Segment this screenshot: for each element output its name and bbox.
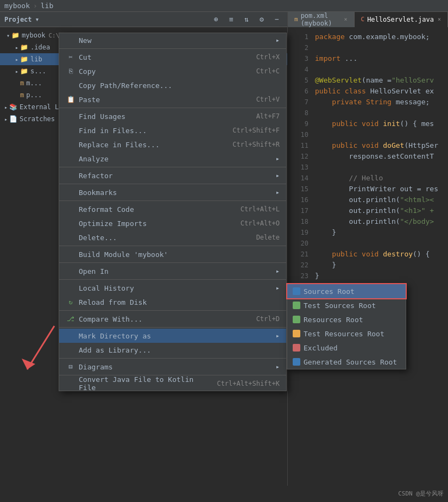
menu-item-refactor[interactable]: Refactor ▸ <box>59 168 286 183</box>
sidebar-toolbar-align[interactable]: ≡ <box>225 14 237 26</box>
code-line-8: 8 <box>288 108 448 118</box>
editor-area: m pom.xml (mybook) × C HelloServlet.java… <box>288 12 448 486</box>
separator-6 <box>59 246 286 246</box>
reload-icon: ↻ <box>66 298 75 306</box>
paste-icon: 📋 <box>66 96 75 103</box>
code-line-14: 14 // Hello <box>288 173 448 184</box>
menu-item-bookmarks[interactable]: Bookmarks ▸ <box>59 185 286 199</box>
cut-icon: ✂ <box>66 53 75 61</box>
separator-9 <box>59 310 286 311</box>
menu-item-cut[interactable]: ✂ Cut Ctrl+X <box>59 50 286 64</box>
local-history-arrow-icon: ▸ <box>276 284 280 292</box>
submenu-item-sources-root[interactable]: Sources Root <box>287 284 406 298</box>
submenu-item-test-sources-root[interactable]: Test Sources Root <box>287 298 406 312</box>
menu-label-cut: Cut <box>79 53 245 61</box>
menu-item-build-module[interactable]: Build Module 'mybook' <box>59 247 286 261</box>
sidebar-title: Project <box>4 16 32 23</box>
submenu-item-test-resources-root[interactable]: Test Resources Root <box>287 327 406 341</box>
menu-label-copy: Copy <box>79 67 245 76</box>
code-line-9: 9 public void init() { mes <box>288 118 448 129</box>
code-line-21: 21 public void destroy() { <box>288 249 448 260</box>
submenu-mark-directory: Sources Root Test Sources Root Resources… <box>287 284 406 369</box>
analyze-arrow-icon: ▸ <box>276 155 280 162</box>
tree-label-mybook: mybook <box>22 32 45 39</box>
diagrams-arrow-icon: ▸ <box>276 363 280 371</box>
folder-icon-lib: 📁 <box>20 55 28 63</box>
menu-label-compare-with: Compare With... <box>79 315 245 323</box>
menu-item-analyze[interactable]: Analyze ▸ <box>59 152 286 166</box>
sidebar-header: Project ▾ ⊕ ≡ ⇅ ⚙ − <box>0 12 287 27</box>
test-resources-root-icon <box>293 330 300 337</box>
separator-1 <box>59 48 286 49</box>
tab-helloservlet[interactable]: C HelloServlet.java × <box>355 12 448 27</box>
menu-label-convert-java: Convert Java File to Kotlin File <box>79 375 206 392</box>
menu-item-reload[interactable]: ↻ Reload from Disk <box>59 295 286 309</box>
submenu-label-excluded: Excluded <box>304 344 338 352</box>
sidebar-toolbar-globe[interactable]: ⊕ <box>210 14 222 26</box>
sidebar-toolbar-arrows[interactable]: ⇅ <box>241 14 253 26</box>
sidebar-toolbar-minus[interactable]: − <box>271 14 283 26</box>
menu-item-copy[interactable]: ⎘ Copy Ctrl+C <box>59 64 286 78</box>
separator-4 <box>59 184 286 184</box>
menu-item-open-in[interactable]: Open In ▸ <box>59 264 286 278</box>
code-line-11: 11 public void doGet(HttpSer <box>288 140 448 151</box>
menu-item-find-usages[interactable]: Find Usages Alt+F7 <box>59 109 286 123</box>
tab-pom-label: pom.xml (mybook) <box>301 12 340 27</box>
red-arrow-annotation <box>11 321 76 386</box>
menu-item-compare-with[interactable]: ⎇ Compare With... Ctrl+D <box>59 312 286 326</box>
resources-root-icon <box>293 316 300 323</box>
arrow-icon-lib: ▸ <box>15 57 18 62</box>
title-bar: mybook › lib <box>0 0 448 12</box>
menu-label-mark-directory: Mark Directory as <box>79 332 274 340</box>
menu-item-diagrams[interactable]: ⊟ Diagrams ▸ <box>59 360 286 374</box>
menu-item-copy-path[interactable]: Copy Path/Reference... <box>59 78 286 92</box>
submenu-item-generated-sources-root[interactable]: Generated Sources Root <box>287 355 406 369</box>
submenu-item-excluded[interactable]: Excluded <box>287 341 406 355</box>
submenu-label-sources-root: Sources Root <box>304 287 355 296</box>
paste-shortcut: Ctrl+V <box>256 96 280 103</box>
tab-pom[interactable]: m pom.xml (mybook) × <box>288 12 355 27</box>
tab-pom-close[interactable]: × <box>344 16 347 22</box>
arrow-icon: ▾ <box>7 33 10 39</box>
code-line-22: 22 } <box>288 260 448 271</box>
tree-label-idea: .idea <box>30 43 50 51</box>
tab-pom-icon: m <box>294 16 298 23</box>
menu-item-mark-directory[interactable]: Mark Directory as ▸ <box>59 329 286 343</box>
submenu-item-resources-root[interactable]: Resources Root <box>287 312 406 327</box>
file-icon-m: m <box>20 79 24 87</box>
menu-item-convert-java[interactable]: Convert Java File to Kotlin File Ctrl+Al… <box>59 376 286 391</box>
sidebar-toolbar-settings[interactable]: ⚙ <box>256 14 268 26</box>
code-line-10: 10 <box>288 129 448 140</box>
context-menu: New ▸ ✂ Cut Ctrl+X ⎘ Copy Ctrl+C Copy Pa… <box>59 33 287 391</box>
code-line-2: 2 <box>288 42 448 53</box>
cut-shortcut: Ctrl+X <box>256 53 280 61</box>
menu-item-replace-in-files[interactable]: Replace in Files... Ctrl+Shift+R <box>59 137 286 152</box>
menu-item-add-library[interactable]: Add as Library... <box>59 343 286 357</box>
menu-label-delete: Delete... <box>79 234 245 242</box>
open-in-arrow-icon: ▸ <box>276 267 280 275</box>
replace-in-files-shortcut: Ctrl+Shift+R <box>232 141 280 148</box>
menu-label-refactor: Refactor <box>79 172 274 180</box>
menu-item-optimize-imports[interactable]: Optimize Imports Ctrl+Alt+O <box>59 216 286 230</box>
arrow-icon-external: ▸ <box>4 104 8 110</box>
code-line-13: 13 <box>288 162 448 173</box>
menu-item-delete[interactable]: Delete... Delete <box>59 230 286 244</box>
tab-hello-close[interactable]: × <box>438 16 441 22</box>
menu-item-reformat[interactable]: Reformat Code Ctrl+Alt+L <box>59 202 286 216</box>
menu-item-local-history[interactable]: Local History ▸ <box>59 281 286 295</box>
tree-label-m: m... <box>26 79 42 87</box>
menu-item-new[interactable]: New ▸ <box>59 33 286 47</box>
tree-label-src: s... <box>30 67 46 75</box>
excluded-icon <box>293 344 300 352</box>
code-line-5: 5 @WebServlet(name = "helloServ <box>288 75 448 86</box>
convert-shortcut: Ctrl+Alt+Shift+K <box>217 380 280 387</box>
menu-item-paste[interactable]: 📋 Paste Ctrl+V <box>59 92 286 106</box>
menu-label-find-usages: Find Usages <box>79 112 245 121</box>
sidebar-dropdown-arrow[interactable]: ▾ <box>35 15 40 23</box>
menu-item-find-in-files[interactable]: Find in Files... Ctrl+Shift+F <box>59 123 286 137</box>
tab-hello-label: HelloServlet.java <box>367 16 434 23</box>
copy-icon: ⎘ <box>66 67 75 75</box>
menu-label-bookmarks: Bookmarks <box>79 189 274 197</box>
menu-label-local-history: Local History <box>79 284 274 292</box>
menu-label-analyze: Analyze <box>79 155 274 163</box>
